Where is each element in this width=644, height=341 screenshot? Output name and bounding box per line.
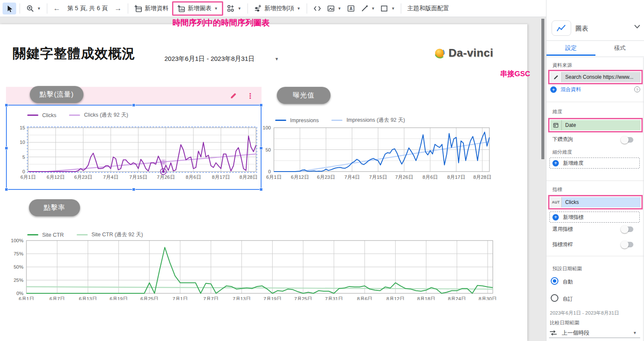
legend-label: Impressions — [290, 117, 319, 123]
more-options-icon[interactable]: ⋮ — [247, 92, 254, 100]
plus-icon: + — [552, 160, 559, 166]
dimension-chip[interactable]: Date — [550, 120, 641, 130]
toolbar: ▼ ← 第 5 頁, 共 6 頁 → 新增資料 新增圖表 ▼ ▼ 新增控制項 ▼ — [0, 0, 546, 17]
svg-text:6月1日: 6月1日 — [19, 296, 34, 300]
annotation-gsc-note: 串接GSC — [500, 69, 530, 79]
radio-custom[interactable] — [551, 294, 558, 302]
add-dimension-label: 新增維度 — [563, 160, 584, 167]
add-chart-icon — [177, 4, 186, 13]
add-data-label: 新增資料 — [145, 5, 169, 12]
add-control-button[interactable]: 新增控制項 ▼ — [251, 3, 303, 14]
metric-slider-toggle[interactable] — [621, 242, 633, 247]
time-series-chart-clicks[interactable]: 1510506月1日6月12日6月23日7月4日7月15日7月26日8月6日8月… — [7, 124, 262, 184]
next-page-button[interactable]: → — [112, 3, 124, 14]
svg-text:7月13日: 7月13日 — [233, 296, 250, 300]
divider — [546, 256, 644, 256]
shape-button[interactable]: ▼ — [377, 3, 397, 14]
community-viz-button[interactable]: ▼ — [224, 3, 244, 14]
svg-text:7月15日: 7月15日 — [369, 175, 387, 180]
svg-text:6月1日: 6月1日 — [20, 175, 36, 180]
date-range-control[interactable]: 2023年6月1日 - 2023年8月31日 ▼ — [164, 55, 279, 63]
canvas-scrollbar[interactable] — [541, 19, 544, 159]
resize-handle[interactable] — [259, 188, 263, 191]
legend-swatch — [275, 120, 286, 121]
brand-logo-text: Da-vinci — [448, 46, 493, 60]
plus-icon: + — [552, 214, 559, 221]
svg-text:6月1日: 6月1日 — [266, 175, 282, 180]
resize-handle[interactable] — [5, 188, 8, 191]
drill-down-toggle[interactable] — [621, 137, 633, 143]
report-canvas[interactable]: 關鍵字整體成效概況 2023年6月1日 - 2023年8月31日 ▼ Da-vi… — [0, 24, 527, 341]
cursor-icon — [5, 4, 14, 13]
annotation-chart-note: 時間序列中的時間序列圖表 — [172, 17, 270, 29]
svg-text:8月17日: 8月17日 — [447, 175, 465, 180]
time-series-chart-impressions[interactable]: 1005006月1日6月12日6月23日7月4日7月15日7月26日8月6日8月… — [253, 124, 496, 184]
metric-chip[interactable]: AUT Clicks — [550, 197, 641, 207]
add-chart-label: 新增圖表 — [188, 5, 212, 12]
svg-text:7月26日: 7月26日 — [157, 175, 175, 180]
data-source-chip[interactable]: Search Console https://www... — [550, 72, 641, 82]
drill-down-label: 下鑽查詢 — [552, 136, 573, 143]
prev-page-button[interactable]: ← — [51, 3, 63, 14]
svg-text:8月24日: 8月24日 — [448, 296, 466, 300]
resize-handle[interactable] — [132, 188, 135, 191]
line-button[interactable]: ▼ — [358, 3, 378, 14]
chart-label-pill[interactable]: 曝光值 — [277, 87, 331, 104]
chevron-down-icon: ▼ — [297, 6, 301, 11]
chevron-down-icon: ▼ — [214, 6, 218, 11]
sidebar-scroll-track[interactable] — [643, 57, 644, 341]
image-icon — [327, 4, 335, 13]
time-series-chart-ctr[interactable]: 100%75%50%25%0%6月1日6月7日6月13日6月19日6月25日7月… — [6, 237, 500, 300]
edit-pencil-icon[interactable] — [230, 92, 237, 100]
svg-text:7月1日: 7月1日 — [172, 296, 188, 300]
theme-layout-button[interactable]: 主題和版面配置 — [405, 3, 451, 14]
divider — [307, 3, 307, 14]
aggregation-badge: AUT — [550, 197, 562, 207]
svg-text:8月28日: 8月28日 — [473, 175, 491, 180]
breakdown-dimension-label: 細分維度 — [552, 149, 572, 155]
blend-data-button[interactable]: + 混合資料 — [550, 86, 581, 93]
add-dimension-button[interactable]: + 新增維度 — [549, 158, 640, 169]
chart-label-pill[interactable]: 點擊率 — [29, 199, 80, 216]
dimension-label: 維度 — [552, 109, 562, 115]
svg-text:8月18日: 8月18日 — [417, 296, 435, 300]
radio-auto[interactable] — [551, 277, 558, 285]
legend-swatch — [27, 234, 38, 235]
legend-swatch — [27, 115, 38, 116]
help-icon[interactable]: ? — [634, 86, 640, 92]
add-chart-button[interactable]: 新增圖表 ▼ — [175, 3, 221, 14]
add-metric-button[interactable]: + 新增指標 — [549, 212, 640, 223]
svg-text:6月12日: 6月12日 — [47, 175, 65, 180]
svg-text:7月7日: 7月7日 — [203, 296, 218, 300]
optional-metrics-toggle[interactable] — [621, 226, 633, 232]
panel-title: 圖表 — [575, 25, 588, 33]
add-data-button[interactable]: 新增資料 — [132, 3, 171, 14]
image-button[interactable]: ▼ — [324, 3, 344, 14]
brand-logo: Da-vinci — [434, 46, 493, 60]
tab-setup[interactable]: 設定 — [546, 44, 595, 52]
add-chart-highlight-box: 新增圖表 ▼ — [172, 1, 223, 16]
svg-text:7月31日: 7月31日 — [325, 296, 343, 300]
svg-text:100%: 100% — [11, 238, 23, 243]
select-tool-button[interactable] — [3, 3, 16, 14]
chevron-down-icon[interactable] — [634, 25, 640, 29]
legend-swatch — [69, 115, 80, 116]
chart-label-pill[interactable]: 點擊(流量) — [30, 86, 83, 103]
divider — [546, 102, 644, 102]
divider — [546, 57, 644, 57]
chart-type-box[interactable] — [552, 20, 571, 36]
compare-date-range-select[interactable]: 上一個時段 ▼ — [549, 328, 640, 338]
svg-text:8月6日: 8月6日 — [423, 175, 438, 180]
svg-text:15: 15 — [20, 125, 25, 130]
tab-style[interactable]: 樣式 — [595, 44, 644, 52]
metric-value: Clicks — [562, 197, 579, 207]
edit-pencil-icon[interactable] — [550, 72, 562, 82]
rectangle-shape-icon — [380, 4, 388, 13]
svg-text:8月17日: 8月17日 — [212, 175, 230, 180]
zoom-tool-button[interactable]: ▼ — [23, 3, 43, 14]
text-button[interactable]: A — [344, 3, 358, 14]
page-indicator: 第 5 頁, 共 6 頁 — [67, 5, 108, 12]
svg-text:6月23日: 6月23日 — [317, 175, 335, 180]
embed-button[interactable] — [310, 3, 324, 14]
svg-text:7月25日: 7月25日 — [294, 296, 312, 300]
